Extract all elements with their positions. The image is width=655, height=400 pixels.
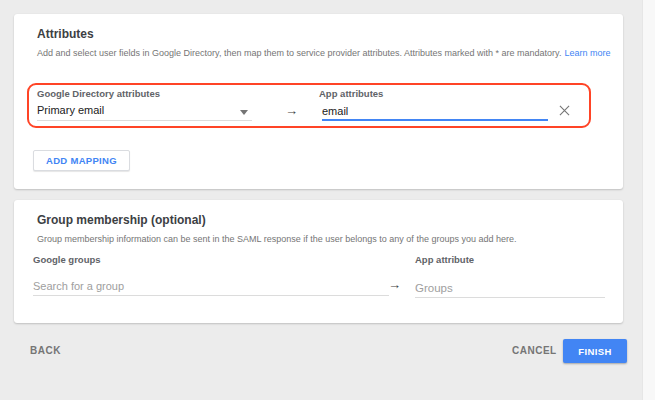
google-groups-label: Google groups: [33, 254, 101, 265]
scrollbar-track[interactable]: [642, 0, 655, 400]
attributes-title: Attributes: [37, 27, 94, 41]
finish-button[interactable]: FINISH: [563, 339, 627, 363]
search-group-input[interactable]: [33, 276, 389, 296]
attributes-card: Attributes Add and select user fields in…: [14, 14, 623, 189]
arrow-right-icon: →: [388, 277, 401, 292]
groups-attribute-input[interactable]: [415, 278, 605, 298]
app-attributes-label: App attributes: [319, 88, 383, 99]
group-membership-card: Group membership (optional) Group member…: [14, 200, 623, 323]
group-membership-description: Group membership information can be sent…: [37, 234, 516, 244]
google-directory-attributes-label: Google Directory attributes: [37, 88, 160, 99]
add-mapping-button[interactable]: ADD MAPPING: [33, 150, 130, 171]
app-attribute-label: App attribute: [415, 254, 474, 265]
learn-more-link[interactable]: Learn more: [564, 48, 610, 58]
google-attribute-selected-value: Primary email: [37, 104, 104, 116]
chevron-down-icon: [240, 110, 248, 115]
arrow-right-icon: →: [285, 103, 298, 118]
app-attribute-input[interactable]: [322, 102, 548, 121]
attributes-description-text: Add and select user fields in Google Dir…: [37, 48, 561, 58]
remove-mapping-icon[interactable]: [556, 102, 572, 118]
cancel-button[interactable]: CANCEL: [512, 345, 557, 356]
group-membership-title: Group membership (optional): [37, 213, 206, 227]
close-icon: [559, 105, 570, 116]
attributes-description: Add and select user fields in Google Dir…: [37, 48, 610, 58]
back-button[interactable]: BACK: [30, 345, 61, 356]
google-attribute-select[interactable]: Primary email: [37, 104, 252, 121]
